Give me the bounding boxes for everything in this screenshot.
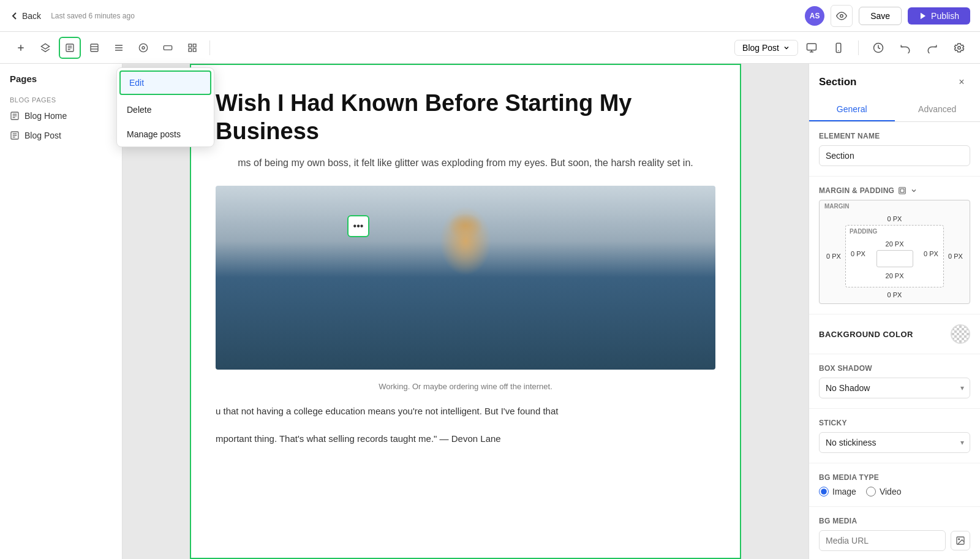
toolbar-separator xyxy=(209,40,210,55)
context-menu: Edit Delete Manage posts xyxy=(116,67,214,147)
svg-rect-15 xyxy=(189,44,192,47)
bg-media-type-section: BG Media Type Image Video xyxy=(809,463,980,507)
svg-rect-14 xyxy=(164,45,172,50)
add-element-button[interactable] xyxy=(10,37,32,59)
radio-video[interactable]: Video xyxy=(866,487,902,496)
desktop-view-button[interactable] xyxy=(801,37,823,59)
margin-padding-box: MARGIN 0 PX 0 PX PADDING 20 PX 0 PX 0 PX… xyxy=(819,200,970,304)
margin-padding-chevron-icon xyxy=(910,187,918,194)
canvas-area: ••• Wish I Had Known Before Starting My … xyxy=(123,64,809,559)
padding-middle-row: 0 PX 0 PX xyxy=(851,250,938,270)
right-panel-header: Section × xyxy=(809,64,980,91)
bg-media-type-label: BG Media Type xyxy=(819,473,970,482)
element-name-input[interactable] xyxy=(819,145,970,166)
blog-quote: mportant thing. That's what selling reco… xyxy=(191,431,740,459)
margin-left-value: 0 PX xyxy=(824,253,843,260)
nav-button[interactable] xyxy=(108,37,130,59)
section-button[interactable] xyxy=(157,37,179,59)
margin-top-value: 0 PX xyxy=(824,215,965,222)
pages-button[interactable] xyxy=(59,37,81,59)
media-url-input[interactable] xyxy=(819,530,946,551)
toolbar: Blog Post xyxy=(0,32,980,64)
toolbar-tools xyxy=(10,37,732,59)
bg-media-section: BG Media xyxy=(809,507,980,559)
left-sidebar: Pages Blog Pages Blog Home Blog Post xyxy=(0,64,123,559)
context-menu-delete[interactable]: Delete xyxy=(117,97,214,122)
three-dot-menu-button[interactable]: ••• xyxy=(347,215,369,237)
close-panel-button[interactable]: × xyxy=(953,74,970,91)
tab-general[interactable]: General xyxy=(809,98,895,121)
toolbar-separator-2 xyxy=(858,40,859,55)
tab-advanced[interactable]: Advanced xyxy=(895,98,981,121)
settings-button[interactable] xyxy=(948,37,970,59)
save-button[interactable]: Save xyxy=(859,7,902,25)
media-button[interactable] xyxy=(132,37,154,59)
sticky-select[interactable]: No stickiness Top Bottom xyxy=(819,432,970,453)
topbar-right: AS Save Publish xyxy=(805,5,970,27)
context-menu-edit[interactable]: Edit xyxy=(119,70,211,95)
widget-button[interactable] xyxy=(181,37,203,59)
publish-button[interactable]: Publish xyxy=(908,7,970,25)
page-canvas: ••• Wish I Had Known Before Starting My … xyxy=(190,64,741,559)
sidebar-item-label: Blog Home xyxy=(24,111,67,121)
sidebar-section-label: Blog Pages xyxy=(0,91,122,106)
svg-rect-9 xyxy=(91,44,98,51)
blog-text: u that not having a college education me… xyxy=(191,403,740,432)
avatar: AS xyxy=(805,6,824,26)
box-shadow-section: Box Shadow No Shadow Small Medium Large … xyxy=(809,354,980,409)
svg-rect-35 xyxy=(900,189,904,192)
blog-title: Wish I Had Known Before Starting My Busi… xyxy=(191,65,740,155)
bg-color-label: BACKGROUND COLOR xyxy=(819,330,913,339)
main-layout: Pages Blog Pages Blog Home Blog Post Edi… xyxy=(0,64,980,559)
topbar: Back Last saved 6 minutes ago AS Save Pu… xyxy=(0,0,980,32)
page-selector[interactable]: Blog Post xyxy=(734,40,798,56)
mobile-view-button[interactable] xyxy=(827,37,850,59)
preview-button[interactable] xyxy=(831,5,853,27)
bg-color-row: BACKGROUND COLOR xyxy=(819,324,970,344)
svg-point-25 xyxy=(958,46,961,49)
redo-button[interactable] xyxy=(921,37,943,59)
sidebar-item-blog-post[interactable]: Blog Post xyxy=(0,126,122,145)
context-menu-manage-posts[interactable]: Manage posts xyxy=(117,122,214,146)
padding-right-value: 0 PX xyxy=(924,250,938,270)
sidebar-item-blog-home[interactable]: Blog Home xyxy=(0,106,122,126)
blog-intro: ms of being my own boss, it felt like gl… xyxy=(191,155,740,186)
layout-button[interactable] xyxy=(83,37,105,59)
back-button[interactable]: Back xyxy=(10,11,41,21)
right-panel: Section × General Advanced Element name … xyxy=(809,64,980,559)
svg-point-37 xyxy=(959,539,960,540)
margin-padding-label: Margin & Padding xyxy=(819,186,894,195)
margin-padding-icon xyxy=(898,186,907,195)
blog-image-wrap xyxy=(191,186,740,377)
box-shadow-label: Box Shadow xyxy=(819,364,970,373)
undo-button[interactable] xyxy=(894,37,916,59)
media-url-row xyxy=(819,530,970,551)
layers-button[interactable] xyxy=(34,37,56,59)
box-shadow-dropdown[interactable]: No Shadow Small Medium Large ▾ xyxy=(819,378,970,398)
toolbar-right xyxy=(801,37,970,59)
svg-point-0 xyxy=(840,14,843,17)
image-caption: Working. Or maybe ordering wine off the … xyxy=(191,377,740,403)
svg-rect-34 xyxy=(899,188,906,194)
padding-top-value: 20 PX xyxy=(851,240,938,248)
mp-inner-box: PADDING 20 PX 0 PX 0 PX 20 PX xyxy=(845,225,944,287)
box-shadow-select[interactable]: No Shadow Small Medium Large xyxy=(819,378,970,398)
radio-image[interactable]: Image xyxy=(819,487,856,496)
svg-marker-1 xyxy=(921,12,925,19)
mp-center-box xyxy=(876,250,913,267)
svg-point-13 xyxy=(142,47,145,49)
last-saved-label: Last saved 6 minutes ago xyxy=(51,12,135,20)
sidebar-title: Pages xyxy=(0,74,122,91)
sticky-dropdown[interactable]: No stickiness Top Bottom ▾ xyxy=(819,432,970,453)
mp-middle-row: 0 PX PADDING 20 PX 0 PX 0 PX 20 PX 0 PX xyxy=(824,225,965,287)
svg-rect-18 xyxy=(189,48,192,51)
topbar-left: Back Last saved 6 minutes ago xyxy=(10,11,797,21)
bg-color-swatch[interactable] xyxy=(951,324,970,344)
history-button[interactable] xyxy=(867,37,889,59)
element-name-section: Element name xyxy=(809,122,980,177)
media-upload-icon[interactable] xyxy=(951,531,970,550)
padding-left-value: 0 PX xyxy=(851,250,865,270)
svg-rect-17 xyxy=(193,48,196,51)
margin-padding-section: Margin & Padding MARGIN 0 PX 0 PX PADDIN… xyxy=(809,177,980,314)
sticky-label: Sticky xyxy=(819,419,970,427)
